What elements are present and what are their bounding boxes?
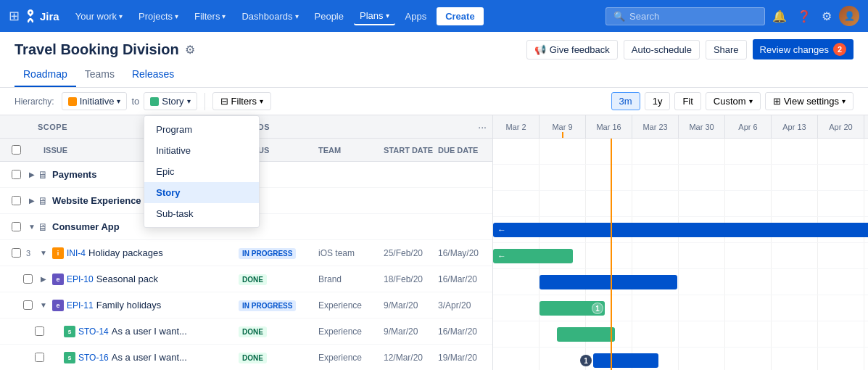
gantt-bar-ini4[interactable]: ← bbox=[493, 223, 868, 237]
apps-nav[interactable]: Apps bbox=[400, 8, 433, 25]
dashboards-nav[interactable]: Dashboards ▾ bbox=[236, 8, 304, 25]
jira-logo[interactable]: Jira bbox=[24, 9, 59, 22]
tab-roadmap[interactable]: Roadmap bbox=[15, 62, 76, 87]
expand-icon[interactable]: ▶ bbox=[26, 170, 38, 178]
gantt-row-sto16 bbox=[493, 321, 868, 348]
time-custom-button[interactable]: Custom ▾ bbox=[706, 92, 761, 110]
filter-icon: ⊟ bbox=[220, 96, 228, 107]
gantt-bar-epi11[interactable] bbox=[540, 275, 677, 289]
feedback-button[interactable]: 📢 Give feedback bbox=[526, 40, 618, 59]
toolbar: Hierarchy: Initiative ▾ to Story ▾ Progr… bbox=[0, 88, 868, 115]
gantt-col-mar9: Mar 9 bbox=[540, 115, 586, 138]
expand-icon[interactable]: ▼ bbox=[38, 301, 49, 309]
gantt-col-mar2: Mar 2 bbox=[493, 115, 540, 138]
share-button[interactable]: Share bbox=[706, 40, 747, 59]
create-button[interactable]: Create bbox=[437, 7, 483, 25]
gantt-col-mar30: Mar 30 bbox=[679, 115, 725, 138]
time-3m-button[interactable]: 3m bbox=[611, 92, 640, 110]
settings-icon[interactable]: ⚙ bbox=[819, 7, 835, 26]
fields-more-icon[interactable]: ··· bbox=[478, 121, 487, 133]
dropdown-item-story[interactable]: Story bbox=[144, 182, 259, 203]
expand-icon[interactable]: ▼ bbox=[26, 223, 38, 231]
help-icon[interactable]: ❓ bbox=[794, 7, 814, 26]
gantt-col-apr27: Apr 27 bbox=[864, 115, 868, 138]
group-title: Website Experience bbox=[52, 195, 141, 206]
monitor-icon: 🖥 bbox=[38, 169, 48, 181]
row-checkbox[interactable] bbox=[12, 170, 21, 179]
row-checkbox[interactable] bbox=[12, 222, 21, 231]
row-checkbox[interactable] bbox=[35, 326, 44, 336]
tab-teams[interactable]: Teams bbox=[76, 62, 123, 87]
status-badge: IN PROGRESS bbox=[239, 300, 296, 311]
your-work-nav[interactable]: Your work ▾ bbox=[70, 8, 128, 25]
gear-button[interactable]: ⚙ bbox=[185, 43, 195, 57]
expand-icon[interactable]: ▶ bbox=[26, 197, 38, 205]
projects-nav[interactable]: Projects ▾ bbox=[133, 8, 184, 25]
page-title: Travel Booking Division bbox=[15, 41, 179, 58]
row-checkbox[interactable] bbox=[23, 300, 33, 310]
filters-nav[interactable]: Filters ▾ bbox=[189, 8, 231, 25]
hierarchy-from-select[interactable]: Initiative ▾ bbox=[62, 92, 128, 110]
hierarchy-label: Hierarchy: bbox=[15, 96, 54, 107]
hierarchy-from-label: Initiative bbox=[80, 96, 115, 107]
monitor-icon: 🖥 bbox=[38, 195, 48, 207]
gantt-col-mar23: Mar 23 bbox=[632, 115, 679, 138]
people-nav[interactable]: People bbox=[309, 8, 350, 25]
row-checkbox[interactable] bbox=[12, 196, 21, 205]
issue-key[interactable]: STO-16 bbox=[78, 353, 109, 363]
expand-icon[interactable]: ▶ bbox=[38, 275, 49, 283]
gantt-bar-sto16[interactable] bbox=[557, 327, 615, 342]
gantt-bar-epi10[interactable]: ← bbox=[493, 249, 573, 263]
issue-key[interactable]: EPI-11 bbox=[67, 300, 94, 311]
gantt-row-ini4: ← bbox=[493, 217, 868, 243]
issue-title: As a user I want... bbox=[112, 326, 187, 337]
chevron-down-icon2: ▾ bbox=[187, 97, 191, 105]
hierarchy-to-label: Story bbox=[162, 96, 183, 107]
time-1y-button[interactable]: 1y bbox=[645, 92, 671, 110]
issue-key[interactable]: STO-14 bbox=[78, 326, 109, 337]
count-badge: 1 bbox=[592, 303, 603, 314]
autoschedule-button[interactable]: Auto-schedule bbox=[624, 40, 700, 59]
gantt-col-apr20: Apr 20 bbox=[818, 115, 864, 138]
notifications-icon[interactable]: 🔔 bbox=[769, 7, 790, 26]
expand-icon[interactable]: ▼ bbox=[38, 249, 49, 257]
row-checkbox[interactable] bbox=[12, 248, 21, 258]
gantt-col-apr13: Apr 13 bbox=[772, 115, 818, 138]
search-bar[interactable]: 🔍 Search bbox=[605, 7, 765, 25]
issue-key[interactable]: INI-4 bbox=[67, 248, 86, 258]
status-badge: DONE bbox=[239, 274, 267, 285]
avatar[interactable]: 👤 bbox=[839, 6, 859, 26]
view-settings-button[interactable]: ⊞ View settings ▾ bbox=[765, 92, 853, 110]
gantt-row-sto17: 1 bbox=[493, 348, 868, 370]
filters-button[interactable]: ⊟ Filters ▾ bbox=[212, 92, 271, 110]
due-col-header: Due date bbox=[438, 146, 478, 155]
gantt-col-apr6: Apr 6 bbox=[725, 115, 772, 138]
gantt-bar-sto17[interactable] bbox=[593, 353, 658, 368]
dropdown-item-initiative[interactable]: Initiative bbox=[144, 140, 259, 161]
tab-releases[interactable]: Releases bbox=[123, 62, 183, 87]
monitor-icon: 🖥 bbox=[38, 221, 48, 233]
select-all-checkbox[interactable] bbox=[12, 145, 21, 155]
row-checkbox[interactable] bbox=[35, 353, 44, 362]
time-fit-button[interactable]: Fit bbox=[674, 92, 700, 110]
grid-icon[interactable]: ⊞ bbox=[9, 8, 20, 24]
gantt-row-epi10: ← bbox=[493, 243, 868, 269]
group-title: Payments bbox=[52, 169, 96, 180]
logo-text: Jira bbox=[40, 10, 59, 22]
gantt-rows: ← ← 1 bbox=[493, 139, 868, 370]
dropdown-item-epic[interactable]: Epic bbox=[144, 161, 259, 182]
plans-nav[interactable]: Plans ▾ bbox=[354, 7, 395, 25]
gantt-bar-sto14[interactable]: 1 bbox=[540, 301, 605, 316]
sto-icon: s bbox=[64, 352, 75, 363]
gantt-row bbox=[493, 191, 868, 217]
hierarchy-to-select[interactable]: Story ▾ Program Initiative Epic Story Su… bbox=[144, 92, 197, 110]
search-icon: 🔍 bbox=[613, 11, 625, 22]
issue-title: Seasonal pack bbox=[96, 274, 158, 284]
row-checkbox[interactable] bbox=[23, 274, 33, 284]
story-icon bbox=[150, 97, 159, 106]
dropdown-item-program[interactable]: Program bbox=[144, 119, 259, 140]
dropdown-item-subtask[interactable]: Sub-task bbox=[144, 203, 259, 224]
gantt-header: Mar 2 Mar 9 Mar 16 Mar 23 Mar 30 Apr 6 A… bbox=[493, 115, 868, 139]
review-button[interactable]: Review changes 2 bbox=[753, 39, 853, 59]
issue-key[interactable]: EPI-10 bbox=[67, 274, 94, 284]
